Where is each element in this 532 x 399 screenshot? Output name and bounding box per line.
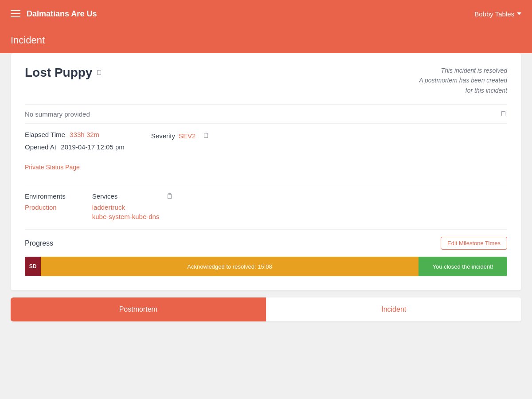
progress-ack-segment: Acknowledged to resolved: 15:08 <box>41 257 419 276</box>
resolved-line2: A postmortem has been created <box>419 75 507 85</box>
main-content: Lost Puppy 🗒 This incident is resolved A… <box>0 53 532 332</box>
elapsed-row: Elapsed Time 333h 32m <box>25 131 125 139</box>
environments-group: Environments Production <box>25 192 66 222</box>
app-title: Dalmatians Are Us <box>27 9 97 19</box>
progress-closed-segment: You closed the incident! <box>419 257 507 276</box>
summary-text: No summary provided <box>25 110 90 118</box>
incident-title-row: Lost Puppy 🗒 This incident is resolved A… <box>25 66 507 95</box>
navbar: Dalmatians Are Us Bobby Tables <box>0 0 532 27</box>
services-label: Services <box>92 192 160 200</box>
tab-postmortem[interactable]: Postmortem <box>11 297 266 321</box>
elapsed-group: Elapsed Time 333h 32m Opened At 2019-04-… <box>25 131 125 151</box>
service-1[interactable]: laddertruck <box>92 203 160 211</box>
edit-summary-icon[interactable]: 🗒 <box>500 110 507 118</box>
edit-title-icon[interactable]: 🗒 <box>96 69 103 77</box>
opened-row: Opened At 2019-04-17 12:05 pm <box>25 143 125 151</box>
private-status-row: Private Status Page <box>25 158 507 185</box>
environment-value[interactable]: Production <box>25 203 66 211</box>
elapsed-label: Elapsed Time <box>25 131 65 138</box>
hamburger-menu-icon[interactable] <box>11 10 20 17</box>
resolved-line1: This incident is resolved <box>419 66 507 75</box>
progress-bar: SD Acknowledged to resolved: 15:08 You c… <box>25 257 507 276</box>
details-row: Elapsed Time 333h 32m Opened At 2019-04-… <box>25 131 507 151</box>
user-menu[interactable]: Bobby Tables <box>474 10 521 18</box>
progress-label: Progress <box>25 239 53 247</box>
edit-milestone-button[interactable]: Edit Milestone Times <box>441 237 507 250</box>
progress-sd-segment: SD <box>25 257 41 276</box>
private-status-link[interactable]: Private Status Page <box>25 160 80 178</box>
severity-group: Severity SEV2 🗒 <box>151 132 210 140</box>
edit-services-icon[interactable]: 🗒 <box>166 192 173 200</box>
chevron-down-icon <box>517 12 521 15</box>
user-name: Bobby Tables <box>474 10 514 18</box>
service-2[interactable]: kube-system-kube-dns <box>92 213 160 220</box>
progress-header: Progress Edit Milestone Times <box>25 237 507 250</box>
summary-row: No summary provided 🗒 <box>25 104 507 123</box>
edit-severity-icon[interactable]: 🗒 <box>203 132 210 140</box>
details-section: Elapsed Time 333h 32m Opened At 2019-04-… <box>25 123 507 158</box>
navbar-left: Dalmatians Are Us <box>11 9 97 19</box>
tabs-card: Postmortem Incident <box>11 297 521 321</box>
opened-label: Opened At <box>25 143 56 151</box>
environments-label: Environments <box>25 192 66 200</box>
elapsed-value: 333h 32m <box>70 131 99 138</box>
tab-incident[interactable]: Incident <box>266 297 522 321</box>
resolved-line3: for this incident <box>419 86 507 95</box>
progress-section: Progress Edit Milestone Times SD Acknowl… <box>25 229 507 276</box>
services-group: Services laddertruck kube-system-kube-dn… <box>92 192 174 222</box>
severity-label: Severity <box>151 132 175 140</box>
title-group: Lost Puppy 🗒 <box>25 66 103 80</box>
incident-card: Lost Puppy 🗒 This incident is resolved A… <box>11 53 521 290</box>
page-title: Incident <box>11 35 521 46</box>
severity-value: SEV2 <box>179 132 196 140</box>
opened-value: 2019-04-17 12:05 pm <box>61 143 124 151</box>
env-services-row: Environments Production Services laddert… <box>25 185 507 229</box>
incident-status: This incident is resolved A postmortem h… <box>419 66 507 95</box>
incident-title: Lost Puppy <box>25 66 92 80</box>
services-list: Services laddertruck kube-system-kube-dn… <box>92 192 160 222</box>
